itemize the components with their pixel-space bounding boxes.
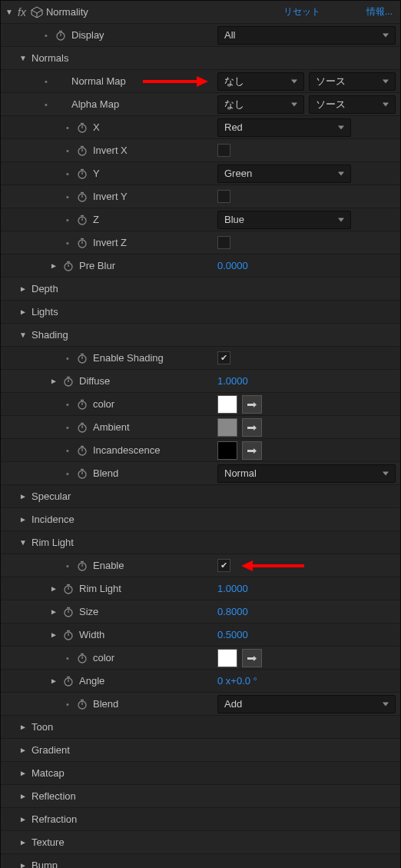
eyedropper-icon[interactable] — [242, 418, 262, 437]
normal-map-source-dropdown[interactable]: ソース — [309, 72, 396, 91]
rim-width-val[interactable]: 0.5000 — [217, 629, 248, 640]
eyedropper-icon[interactable] — [242, 395, 262, 414]
stopwatch-icon[interactable] — [76, 191, 88, 203]
preblur-value[interactable]: 0.0000 — [217, 260, 248, 271]
twirl-icon[interactable] — [18, 491, 28, 502]
stopwatch-icon[interactable] — [62, 260, 75, 272]
twirl-icon[interactable] — [48, 261, 59, 271]
stopwatch-icon[interactable] — [76, 214, 88, 226]
twirl-icon[interactable] — [18, 860, 28, 869]
eyedropper-icon[interactable] — [242, 441, 262, 460]
twirl-icon[interactable] — [18, 791, 28, 802]
row-bump[interactable]: Bump — [1, 854, 400, 868]
row-invert-x: Invert X — [1, 139, 400, 162]
refraction-label: Refraction — [31, 813, 77, 825]
rim-light-val[interactable]: 1.0000 — [217, 583, 248, 594]
row-incidence[interactable]: Incidence — [1, 508, 400, 531]
row-rimlight[interactable]: Rim Light — [1, 531, 400, 554]
twirl-icon[interactable] — [18, 768, 28, 779]
stopwatch-icon[interactable] — [76, 121, 88, 134]
row-shading[interactable]: Shading — [1, 324, 400, 347]
bullet-icon — [62, 238, 73, 248]
invert-z-checkbox[interactable] — [217, 236, 230, 249]
row-refraction[interactable]: Refraction — [1, 808, 400, 831]
row-toon[interactable]: Toon — [1, 716, 400, 739]
rim-size-val[interactable]: 0.8000 — [217, 606, 248, 617]
invert-y-checkbox[interactable] — [217, 190, 230, 203]
rim-enable-checkbox[interactable] — [217, 559, 230, 572]
normal-map-dropdown[interactable]: なし — [217, 72, 304, 91]
twirl-icon[interactable] — [18, 53, 28, 64]
stopwatch-icon[interactable] — [76, 237, 88, 249]
stopwatch-icon[interactable] — [76, 145, 88, 157]
twirl-icon[interactable] — [18, 514, 28, 525]
annotation-arrow — [139, 72, 208, 91]
stopwatch-icon[interactable] — [76, 560, 88, 572]
effect-header[interactable]: fx Normality リセット 情報... — [1, 1, 400, 24]
color-swatch[interactable] — [217, 649, 237, 667]
rim-angle-val[interactable]: 0 x+0.0 ° — [217, 675, 257, 687]
stopwatch-icon[interactable] — [76, 421, 88, 434]
stopwatch-icon[interactable] — [76, 698, 88, 710]
toon-label: Toon — [31, 721, 53, 733]
stopwatch-icon[interactable] — [76, 352, 88, 364]
stopwatch-icon[interactable] — [62, 375, 75, 387]
eyedropper-icon[interactable] — [242, 649, 262, 667]
twirl-icon[interactable] — [4, 7, 15, 18]
twirl-icon[interactable] — [18, 537, 28, 548]
twirl-icon[interactable] — [18, 722, 28, 733]
stopwatch-icon[interactable] — [55, 29, 67, 42]
rim-blend-dropdown[interactable]: Add — [217, 695, 396, 713]
row-x: X Red — [1, 116, 400, 139]
bullet-icon — [41, 77, 51, 86]
row-matcap[interactable]: Matcap — [1, 762, 400, 785]
alpha-map-dropdown[interactable]: なし — [217, 95, 304, 114]
twirl-icon[interactable] — [48, 676, 59, 687]
stopwatch-icon[interactable] — [76, 398, 88, 411]
stopwatch-icon[interactable] — [76, 652, 88, 664]
color-swatch[interactable] — [217, 441, 237, 460]
stopwatch-icon[interactable] — [62, 629, 75, 641]
stopwatch-icon[interactable] — [62, 675, 75, 687]
z-dropdown[interactable]: Blue — [217, 211, 351, 229]
svg-rect-46 — [247, 427, 254, 429]
stopwatch-icon[interactable] — [76, 444, 88, 457]
display-dropdown[interactable]: All — [217, 26, 396, 45]
reset-link[interactable]: リセット — [283, 5, 320, 18]
diffuse-value[interactable]: 1.0000 — [217, 375, 248, 387]
twirl-icon[interactable] — [18, 330, 28, 341]
enable-shading-checkbox[interactable] — [217, 351, 230, 364]
x-dropdown[interactable]: Red — [217, 118, 351, 137]
twirl-icon[interactable] — [18, 307, 28, 318]
invert-x-checkbox[interactable] — [217, 144, 230, 157]
row-reflection[interactable]: Reflection — [1, 785, 400, 808]
twirl-icon[interactable] — [18, 837, 28, 848]
row-normals[interactable]: Normals — [1, 47, 400, 70]
shading-blend-dropdown[interactable]: Normal — [217, 464, 396, 483]
row-lights[interactable]: Lights — [1, 301, 400, 324]
rim-enable-label: Enable — [93, 560, 124, 571]
twirl-icon[interactable] — [48, 630, 59, 640]
svg-line-5 — [37, 15, 42, 18]
row-depth[interactable]: Depth — [1, 278, 400, 301]
twirl-icon[interactable] — [48, 584, 59, 594]
stopwatch-icon[interactable] — [62, 583, 75, 595]
color-swatch[interactable] — [217, 395, 237, 414]
twirl-icon[interactable] — [18, 814, 28, 825]
alpha-map-source-dropdown[interactable]: ソース — [309, 95, 396, 114]
bullet-icon — [62, 146, 73, 155]
stopwatch-icon[interactable] — [76, 168, 88, 180]
twirl-icon[interactable] — [48, 376, 59, 387]
color-swatch[interactable] — [217, 418, 237, 437]
info-link[interactable]: 情報... — [366, 5, 393, 18]
twirl-icon[interactable] — [48, 607, 59, 617]
row-texture[interactable]: Texture — [1, 831, 400, 854]
stopwatch-icon[interactable] — [62, 606, 75, 618]
cube-icon — [31, 6, 43, 18]
stopwatch-icon[interactable] — [76, 467, 88, 480]
row-gradient[interactable]: Gradient — [1, 739, 400, 762]
twirl-icon[interactable] — [18, 745, 28, 756]
row-specular[interactable]: Specular — [1, 485, 400, 508]
y-dropdown[interactable]: Green — [217, 165, 351, 183]
twirl-icon[interactable] — [18, 284, 28, 294]
